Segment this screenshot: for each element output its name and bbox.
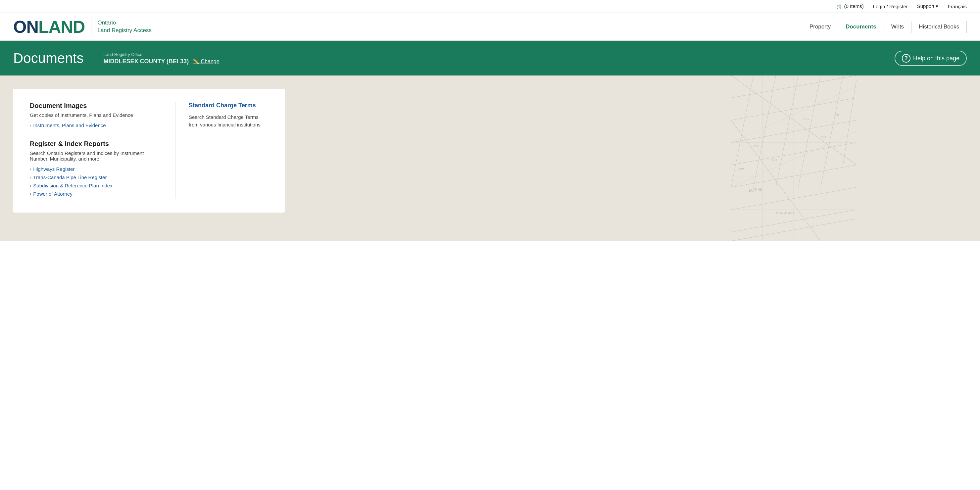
help-circle-icon: ? xyxy=(902,54,910,62)
nav-documents[interactable]: Documents xyxy=(838,21,884,33)
logo-subtitle-line2: Land Registry Access xyxy=(97,27,151,35)
card-right: Standard Charge Terms Search Standard Ch… xyxy=(175,102,268,199)
sct-desc: Search Standard Charge Terms from variou… xyxy=(189,114,268,129)
register-section: Register & Index Reports Search Ontario … xyxy=(30,140,162,197)
map-background: LOT 46 PLAN 40M-331 COM 00-39 0024 0015 … xyxy=(608,75,980,241)
content-card: Document Images Get copies of Instrument… xyxy=(13,89,285,213)
svg-text:00-39: 00-39 xyxy=(803,118,809,121)
svg-text:LOT 46: LOT 46 xyxy=(749,187,763,192)
svg-text:PLAN 40M-331: PLAN 40M-331 xyxy=(776,212,796,215)
doc-images-desc: Get copies of Instruments, Plans and Evi… xyxy=(30,112,162,118)
support-link[interactable]: Support ▾ xyxy=(917,3,939,9)
instruments-plans-link[interactable]: › Instruments, Plans and Evidence xyxy=(30,123,162,128)
svg-text:0015: 0015 xyxy=(834,114,840,116)
page-banner: Documents Land Registry Office MIDDLESEX… xyxy=(0,41,980,75)
logo-subtitle-line1: Ontario xyxy=(97,19,151,27)
subdivision-plan-label: Subdivision & Reference Plan Index xyxy=(33,183,112,188)
svg-text:COM: COM xyxy=(738,167,744,170)
page-title: Documents xyxy=(13,50,83,66)
lro-name: MIDDLESEX COUNTY (BEI 33) ✏️ Change xyxy=(103,58,219,65)
nav-writs[interactable]: Writs xyxy=(884,21,912,33)
svg-line-13 xyxy=(843,80,856,165)
nav-property[interactable]: Property xyxy=(802,21,838,33)
chevron-icon-2: › xyxy=(30,175,31,180)
svg-text:0002: 0002 xyxy=(754,145,759,148)
help-label: Help on this page xyxy=(913,55,959,62)
nav-historical-books[interactable]: Historical Books xyxy=(912,21,967,33)
trans-canada-label: Trans-Canada Pipe Line Register xyxy=(33,175,107,180)
logo: ONLAND xyxy=(13,18,85,35)
chevron-icon-1: › xyxy=(30,167,31,172)
cart-icon: 🛒 xyxy=(836,3,843,9)
utility-bar: 🛒 (0 Items) Login / Register Support ▾ F… xyxy=(0,0,980,13)
doc-images-title: Document Images xyxy=(30,102,162,110)
svg-text:0024: 0024 xyxy=(821,136,826,139)
svg-line-8 xyxy=(731,75,754,188)
logo-area: ONLAND Ontario Land Registry Access xyxy=(13,18,152,36)
svg-line-10 xyxy=(776,75,799,188)
main-nav: Property Documents Writs Historical Book… xyxy=(802,21,967,33)
svg-line-12 xyxy=(821,75,843,188)
change-lro-link[interactable]: ✏️ Change xyxy=(192,58,220,65)
cart-link[interactable]: 🛒 (0 Items) xyxy=(836,3,864,9)
lro-label: Land Registry Office xyxy=(103,52,219,57)
logo-divider xyxy=(91,18,91,36)
cart-label: (0 Items) xyxy=(844,3,864,9)
language-link[interactable]: Français xyxy=(948,4,967,9)
logo-land: LAND xyxy=(38,17,85,37)
help-link[interactable]: ? Help on this page xyxy=(894,51,967,66)
content-area: LOT 46 PLAN 40M-331 COM 00-39 0024 0015 … xyxy=(0,75,980,241)
chevron-icon-3: › xyxy=(30,183,31,188)
highways-register-link[interactable]: › Highways Register xyxy=(30,166,162,172)
chevron-icon-4: › xyxy=(30,191,31,196)
pencil-icon: ✏️ xyxy=(192,59,199,64)
login-register-link[interactable]: Login / Register xyxy=(873,4,908,9)
register-title: Register & Index Reports xyxy=(30,140,162,148)
svg-line-15 xyxy=(731,120,821,241)
main-header: ONLAND Ontario Land Registry Access Prop… xyxy=(0,13,980,41)
card-left: Document Images Get copies of Instrument… xyxy=(30,102,175,199)
power-of-attorney-link[interactable]: › Power of Attorney xyxy=(30,191,162,197)
highways-register-label: Highways Register xyxy=(33,166,75,172)
lro-info: Land Registry Office MIDDLESEX COUNTY (B… xyxy=(103,52,219,65)
logo-on: ON xyxy=(13,17,38,37)
power-of-attorney-label: Power of Attorney xyxy=(33,191,72,197)
instruments-plans-label: Instruments, Plans and Evidence xyxy=(33,123,106,128)
trans-canada-link[interactable]: › Trans-Canada Pipe Line Register xyxy=(30,175,162,180)
register-desc: Search Ontario Registers and Indices by … xyxy=(30,150,162,162)
sct-title[interactable]: Standard Charge Terms xyxy=(189,102,268,109)
svg-line-9 xyxy=(754,75,776,188)
subdivision-plan-link[interactable]: › Subdivision & Reference Plan Index xyxy=(30,183,162,188)
logo-subtitle: Ontario Land Registry Access xyxy=(97,19,151,35)
chevron-icon: › xyxy=(30,123,31,128)
svg-text:0003: 0003 xyxy=(772,158,777,161)
page-banner-left: Documents Land Registry Office MIDDLESEX… xyxy=(13,50,220,66)
lro-name-text: MIDDLESEX COUNTY (BEI 33) xyxy=(103,58,189,65)
